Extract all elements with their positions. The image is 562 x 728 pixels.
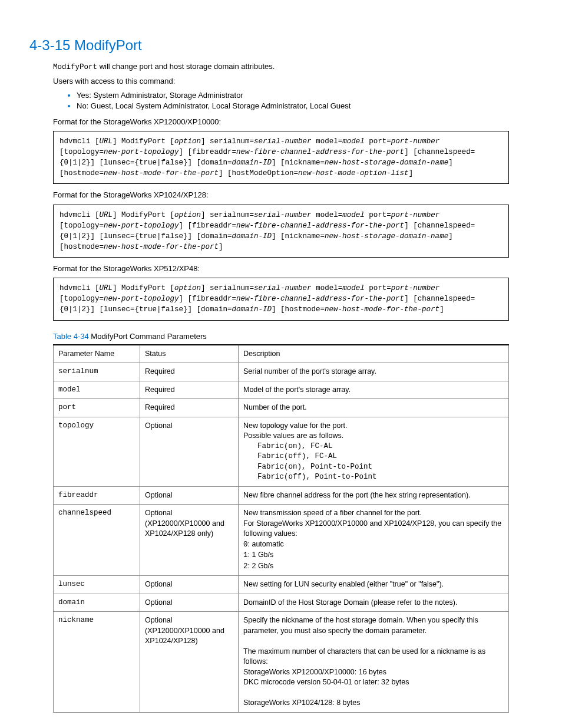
param-desc: New fibre channel address for the port (… (239, 486, 509, 505)
param-desc: DomainID of the Host Storage Domain (ple… (239, 594, 509, 612)
param-status: Optional(XP12000/XP10000 and XP1024/XP12… (140, 505, 239, 576)
param-name: serialnum (54, 363, 140, 381)
table-header-row: Parameter Name Status Description (54, 345, 509, 363)
param-desc: Specify the nickname of the host storage… (239, 612, 509, 713)
param-name: lunsec (54, 576, 140, 594)
param-status: Optional(XP12000/XP10000 and XP1024/XP12… (140, 612, 239, 713)
access-yes-item: Yes: System Administrator, Storage Admin… (77, 90, 509, 101)
table-row: lunsec Optional New setting for LUN secu… (54, 576, 509, 594)
param-name: domain (54, 594, 140, 612)
th-status: Status (140, 345, 239, 363)
table-row: model Required Model of the port's stora… (54, 381, 509, 399)
parameters-table: Parameter Name Status Description serial… (53, 344, 509, 713)
table-row: channelspeed Optional(XP12000/XP10000 an… (54, 505, 509, 576)
param-name: channelspeed (54, 505, 140, 576)
param-status: Optional (140, 594, 239, 612)
th-parameter: Parameter Name (54, 345, 140, 363)
param-status: Required (140, 363, 239, 381)
table-row: fibreaddr Optional New fibre channel add… (54, 486, 509, 505)
table-row: nickname Optional(XP12000/XP10000 and XP… (54, 612, 509, 713)
param-status: Optional (140, 576, 239, 594)
param-desc: New topology value for the port. Possibl… (239, 417, 509, 486)
format2-label: Format for the StorageWorks XP1024/XP128… (53, 190, 509, 200)
param-desc: Number of the port. (239, 399, 509, 417)
format1-label: Format for the StorageWorks XP12000/XP10… (53, 117, 509, 127)
param-name: port (54, 399, 140, 417)
intro-rest: will change port and host storage domain… (97, 62, 275, 71)
param-desc: Serial number of the port's storage arra… (239, 363, 509, 381)
param-desc: New transmission speed of a fiber channe… (239, 505, 509, 576)
table-caption-text: ModifyPort Command Parameters (89, 332, 207, 341)
param-name: model (54, 381, 140, 399)
code-block-2: hdvmcli [URL] ModifyPort [option] serial… (53, 205, 509, 258)
access-no-item: No: Guest, Local System Administrator, L… (77, 101, 509, 111)
param-status: Optional (140, 486, 239, 505)
intro-cmd: ModifyPort (53, 63, 97, 71)
table-row: topology Optional New topology value for… (54, 417, 509, 486)
format3-label: Format for the StorageWorks XP512/XP48: (53, 263, 509, 274)
param-status: Required (140, 381, 239, 399)
section-heading: 4-3-15 ModifyPort (29, 35, 509, 55)
table-row: port Required Number of the port. (54, 399, 509, 417)
param-status: Optional (140, 417, 239, 486)
table-caption: Table 4-34 ModifyPort Command Parameters (53, 331, 509, 342)
param-name: nickname (54, 612, 140, 713)
code-block-1: hdvmcli [URL] ModifyPort [option] serial… (53, 131, 509, 185)
table-row: domain Optional DomainID of the Host Sto… (54, 594, 509, 612)
param-desc: Model of the port's storage array. (239, 381, 509, 399)
table-caption-label: Table 4-34 (53, 332, 89, 341)
intro-paragraph: ModifyPort will change port and host sto… (53, 61, 509, 73)
param-status: Required (140, 399, 239, 417)
param-name: fibreaddr (54, 486, 140, 505)
param-desc: New setting for LUN security enabled (ei… (239, 576, 509, 594)
param-name: topology (54, 417, 140, 486)
access-label: Users with access to this command: (53, 76, 509, 87)
th-description: Description (239, 345, 509, 363)
code-block-3: hdvmcli [URL] ModifyPort [option] serial… (53, 278, 509, 320)
table-row: serialnum Required Serial number of the … (54, 363, 509, 381)
